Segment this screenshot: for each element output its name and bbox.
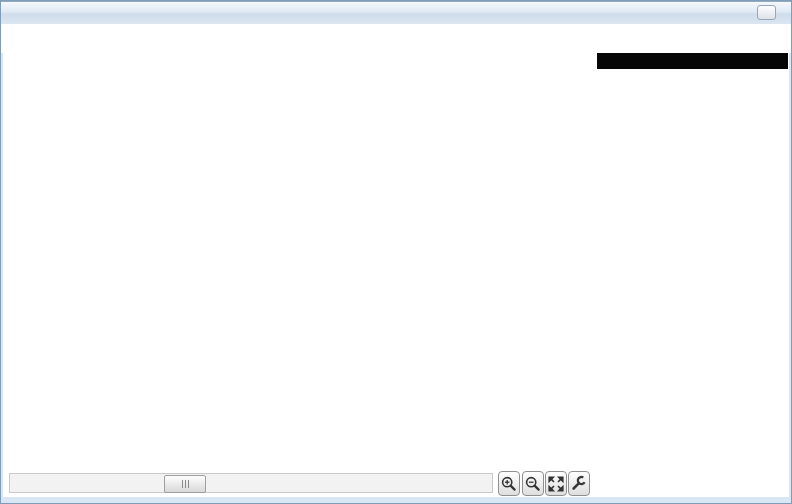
thumb-grip <box>185 480 186 488</box>
scroll-left-arrow[interactable] <box>10 474 22 492</box>
expand-arrows-icon <box>547 475 565 493</box>
legend-panel <box>597 53 788 71</box>
zoom-in-icon <box>500 475 518 493</box>
scrollbar-thumb[interactable] <box>164 475 206 493</box>
thumb-grip <box>182 480 183 488</box>
close-button[interactable] <box>757 5 776 20</box>
zoom-out-button[interactable] <box>522 471 544 496</box>
time-scrollbar[interactable] <box>9 473 493 493</box>
zoom-in-button[interactable] <box>498 471 520 496</box>
legend-rows <box>597 69 788 71</box>
zoom-out-icon <box>524 475 542 493</box>
data-viewer-window <box>0 0 792 504</box>
wrench-icon <box>570 475 588 493</box>
title-bar <box>1 1 791 25</box>
scroll-right-arrow[interactable] <box>480 474 492 492</box>
window-bottom-border <box>1 497 791 503</box>
tab-bar <box>1 24 791 53</box>
legend-header[interactable] <box>597 53 788 69</box>
plot-settings-button[interactable] <box>568 471 590 496</box>
thumb-grip <box>188 480 189 488</box>
fit-to-window-button[interactable] <box>545 471 567 496</box>
